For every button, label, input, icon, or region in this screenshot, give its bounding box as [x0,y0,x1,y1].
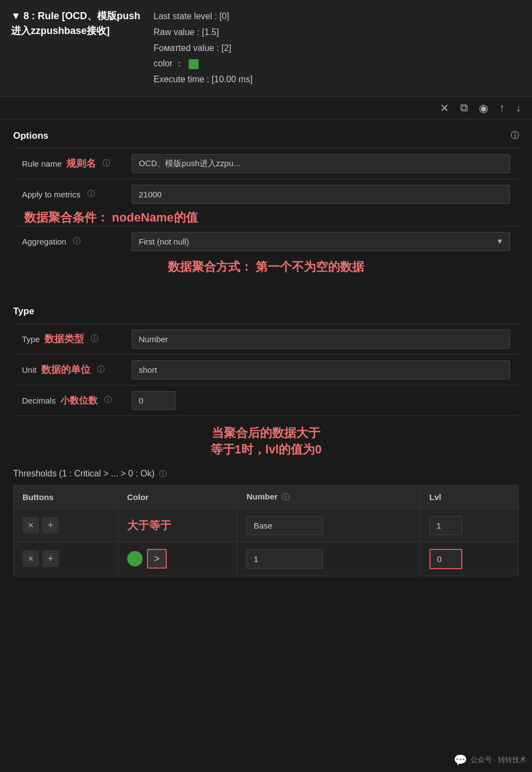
close-icon[interactable]: ✕ [440,101,449,115]
thresholds-table: Buttons Color Number ⓘ Lvl × + [13,485,519,576]
rule-name-input[interactable] [132,154,510,173]
row2-add-btn[interactable]: + [42,550,59,567]
row2-buttons: × + [14,542,118,576]
row2-arrow-btn[interactable]: > [147,549,167,569]
rule-details: Last state level : [0] Raw value : [1.5]… [143,9,521,88]
color-row: color ： [154,56,521,72]
wechat-icon: 💬 [454,753,467,767]
row1-btn-row: × + [22,517,109,533]
row2-lvl-input[interactable] [429,549,462,569]
row1-add-btn[interactable]: + [42,517,59,533]
type-section: Type Type 数据类型 ⓘ Unit 数据的单位 ⓘ Decimals 小… [0,295,532,416]
execute-time: Execute time : [10.00 ms] [154,72,521,88]
row1-number [237,509,420,542]
rule-name-row: Rule name 规则名 ⓘ [13,148,519,179]
color-indicator [189,59,199,69]
row1-number-input[interactable] [246,516,323,535]
unit-row: Unit 数据的单位 ⓘ [13,354,519,385]
row2-number-input[interactable] [246,549,323,569]
type-title: Type [13,306,519,317]
table-row: × + 大于等于 [14,509,519,542]
formatted-value: Foматted value : [2] [154,41,521,56]
decimals-value [123,385,519,416]
unit-info-btn[interactable]: ⓘ [95,365,107,374]
aggregation-label: Aggregation ⓘ [13,230,123,253]
unit-label: Unit 数据的单位 ⓘ [13,356,123,383]
col-buttons: Buttons [14,485,118,509]
row1-lvl [420,509,518,542]
rule-name-label: Rule name 规则名 ⓘ [13,150,123,177]
aggregation-select[interactable]: First (not null) Last (not null) Sum Avg… [132,232,510,251]
decimals-input[interactable] [132,391,176,410]
row1-delete-btn[interactable]: × [22,517,39,533]
action-icons-row: ✕ ⧉ ◉ ↑ ↓ [0,97,532,120]
color-label: color ： [154,59,184,68]
options-section: Options ⓘ Rule name 规则名 ⓘ Apply to metri… [0,120,532,295]
apply-metrics-label: Apply to metrics ⓘ [13,183,123,206]
apply-metrics-row: Apply to metrics ⓘ [13,179,519,209]
type-info-btn[interactable]: ⓘ [88,334,100,344]
row1-lvl-input[interactable] [429,516,462,535]
rule-name-info-btn[interactable]: ⓘ [100,158,112,168]
watermark-text: 公众号 · 转转技术 [471,755,527,765]
thresholds-header: Thresholds (1 : Critical > ... > 0 : Ok)… [0,458,532,485]
apply-metrics-input[interactable] [132,185,510,204]
apply-metrics-value [123,179,519,209]
options-title: Options ⓘ [13,130,519,141]
row2-color-cell: > [127,549,229,569]
apply-metrics-annotation: 数据聚合条件： nodeName的值 [13,209,519,226]
aggregation-row: Aggregation ⓘ First (not null) Last (not… [13,226,519,257]
row1-buttons: × + [14,509,118,542]
thresholds-header-row: Buttons Color Number ⓘ Lvl [14,485,519,509]
eye-icon[interactable]: ◉ [479,101,488,115]
row2-number [237,542,420,576]
options-info-icon[interactable]: ⓘ [511,130,519,141]
row1-color: 大于等于 [118,509,237,542]
threshold-big-annotation: 当聚合后的数据大于 等于1时，lvl的值为0 [0,416,532,458]
decimals-row: Decimals 小数位数 ⓘ [13,385,519,416]
copy-icon[interactable]: ⧉ [460,101,468,114]
row2-delete-btn[interactable]: × [22,550,39,567]
aggregation-annotation: 数据聚合方式： 第一个不为空的数据 [13,257,519,284]
unit-input[interactable] [132,360,510,379]
type-input[interactable] [132,330,510,349]
top-panel: ▼ 8 : Rule [OCD、模版push进入zzpushbase接收] La… [0,0,532,97]
row2-color-circle[interactable] [127,551,143,566]
aggregation-select-wrapper: First (not null) Last (not null) Sum Avg… [132,232,510,251]
unit-value [123,355,519,385]
thresholds-table-wrapper: Buttons Color Number ⓘ Lvl × + [0,485,532,598]
aggregation-info-btn[interactable]: ⓘ [71,236,83,246]
last-state-level: Last state level : [0] [154,9,521,25]
rule-title: ▼ 8 : Rule [OCD、模版push进入zzpushbase接收] [11,9,143,38]
raw-value: Raw value : [1.5] [154,25,521,41]
move-down-icon[interactable]: ↓ [516,101,521,114]
watermark: 💬 公众号 · 转转技术 [454,753,527,767]
table-row: × + > [14,542,519,576]
col-number-info[interactable]: ⓘ [280,492,292,502]
type-row: Type 数据类型 ⓘ [13,323,519,354]
type-value [123,324,519,354]
decimals-label: Decimals 小数位数 ⓘ [13,388,123,413]
row2-lvl [420,542,518,576]
row1-annotation: 大于等于 [127,518,171,533]
row2-btn-row: × + [22,550,109,567]
decimals-info-btn[interactable]: ⓘ [102,395,114,405]
aggregation-value: First (not null) Last (not null) Sum Avg… [123,226,519,257]
rule-name-value [123,149,519,179]
col-lvl: Lvl [420,485,518,509]
row2-color: > [118,542,237,576]
col-number: Number ⓘ [237,485,420,509]
move-up-icon[interactable]: ↑ [499,101,505,114]
col-color: Color [118,485,237,509]
row1-color-cell: 大于等于 [127,518,229,533]
type-label: Type 数据类型 ⓘ [13,326,123,352]
apply-metrics-info-btn[interactable]: ⓘ [85,189,97,199]
thresholds-info-btn[interactable]: ⓘ [157,469,169,479]
